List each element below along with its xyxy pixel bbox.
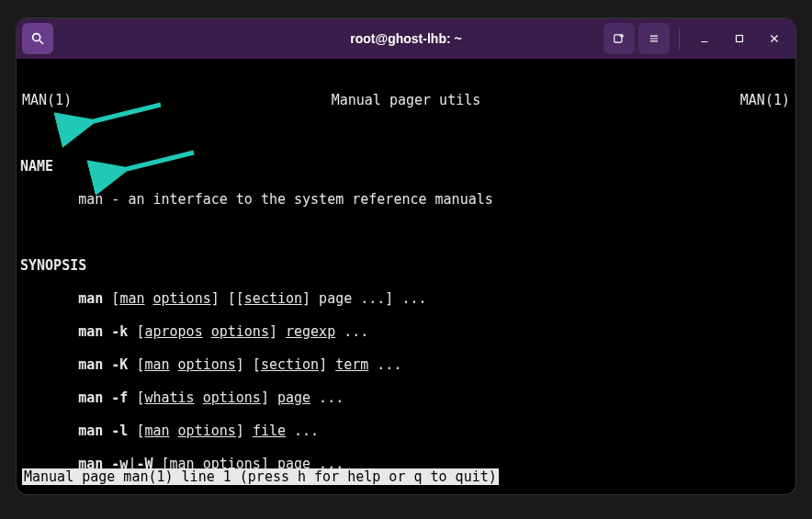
header-left: MAN(1) [22, 92, 72, 108]
menu-button[interactable] [638, 23, 670, 54]
new-tab-icon [613, 32, 626, 45]
synopsis-line-5: man -l [man options] file ... [20, 423, 792, 439]
blank-line [20, 125, 792, 141]
name-text: man - an interface to the system referen… [78, 191, 493, 208]
cmd: man -l [78, 423, 128, 439]
minimize-icon [698, 32, 711, 45]
cmd: man -K [78, 356, 128, 373]
close-button[interactable] [759, 23, 790, 54]
synopsis-line-4: man -f [whatis options] page ... [20, 389, 792, 406]
blank-line [20, 224, 792, 241]
synopsis-line-3: man -K [man options] [section] term ... [20, 356, 792, 373]
name-line: man - an interface to the system referen… [20, 191, 792, 208]
cmd: man -k [78, 323, 128, 340]
blank-line [20, 489, 792, 494]
header-center: Manual pager utils [332, 92, 481, 108]
title-controls [603, 23, 790, 54]
hamburger-icon [648, 32, 660, 45]
header-right: MAN(1) [740, 92, 790, 108]
maximize-button[interactable] [724, 23, 755, 54]
section-synopsis-heading: SYNOPSIS [20, 257, 792, 274]
svg-point-0 [33, 34, 40, 41]
minimize-button[interactable] [689, 23, 720, 54]
synopsis-line-1: man [man options] [[section] page ...] .… [20, 290, 792, 307]
cmd: man [78, 290, 103, 307]
titlebar: root@ghost-lhb: ~ [17, 18, 795, 59]
search-icon [30, 31, 45, 46]
close-icon [768, 32, 781, 45]
terminal-window: root@ghost-lhb: ~ MAN(1) Manual pager ut… [17, 18, 795, 494]
maximize-icon [733, 32, 746, 45]
cmd: man -f [78, 389, 128, 406]
pager-statusbar: Manual page man(1) line 1 (press h for h… [22, 468, 499, 485]
svg-rect-9 [737, 36, 743, 42]
new-tab-button[interactable] [603, 23, 635, 54]
search-button[interactable] [22, 23, 53, 54]
terminal-content[interactable]: MAN(1) Manual pager utils MAN(1) NAME ma… [17, 59, 795, 494]
man-header: MAN(1) Manual pager utils MAN(1) [20, 92, 792, 108]
separator [679, 28, 680, 50]
section-name-heading: NAME [20, 158, 792, 175]
synopsis-line-2: man -k [apropos options] regexp ... [20, 323, 792, 340]
svg-line-1 [39, 40, 43, 44]
